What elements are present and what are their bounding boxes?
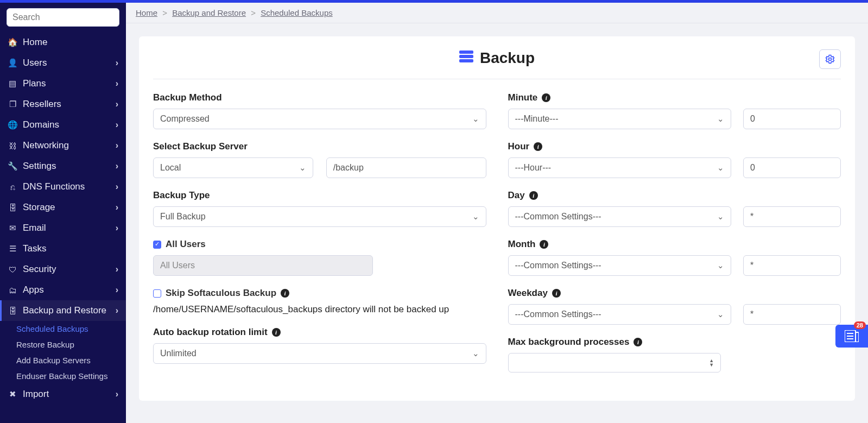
- backup-path-input[interactable]: /backup: [326, 157, 486, 178]
- skip-softaculous-checkbox[interactable]: [153, 289, 161, 298]
- chevron-right-icon: ›: [116, 182, 118, 192]
- all-users-input: All Users: [153, 255, 373, 276]
- all-users-checkbox[interactable]: [153, 241, 161, 249]
- chevron-right-icon: ›: [116, 120, 118, 130]
- subnav-restore-backup[interactable]: Restore Backup: [0, 337, 126, 352]
- breadcrumb-backup-restore[interactable]: Backup and Restore: [172, 8, 246, 17]
- rotation-label: Auto backup rotation limit i: [153, 327, 486, 338]
- sidebar-item-resellers[interactable]: ❐ Resellers ›: [0, 94, 126, 115]
- chevron-right-icon: ›: [116, 99, 118, 109]
- breadcrumb-sep: >: [162, 8, 167, 17]
- info-icon[interactable]: i: [540, 240, 548, 249]
- widget-badge: 28: [854, 321, 866, 329]
- sidebar-item-label: Resellers: [23, 99, 116, 110]
- month-input[interactable]: *: [743, 255, 841, 276]
- form-columns: Backup Method Compressed ⌄ Select Backup…: [153, 92, 841, 384]
- sidebar-item-settings[interactable]: 🔧 Settings ›: [0, 156, 126, 176]
- chevron-right-icon: ›: [116, 141, 118, 150]
- dns-icon: ⎌: [8, 182, 17, 192]
- settings-button[interactable]: [819, 49, 841, 69]
- info-icon[interactable]: i: [272, 328, 281, 337]
- select-value: ---Common Settings---: [515, 212, 601, 222]
- chevron-right-icon: ›: [116, 203, 118, 212]
- chevron-right-icon: ›: [116, 264, 118, 274]
- floating-news-widget[interactable]: 28: [835, 325, 868, 348]
- breadcrumb-scheduled-backups[interactable]: Scheduled Backups: [261, 8, 333, 17]
- hour-select[interactable]: ---Hour--- ⌄: [508, 157, 732, 178]
- select-value: ---Common Settings---: [515, 261, 601, 270]
- sidebar-item-label: Home: [23, 37, 118, 48]
- wrench-icon: 🔧: [8, 161, 17, 171]
- chevron-down-icon: ⌄: [717, 163, 724, 173]
- sidebar-item-email[interactable]: ✉ Email ›: [0, 218, 126, 238]
- hour-input[interactable]: 0: [743, 157, 841, 178]
- sidebar-item-storage[interactable]: 🗄 Storage ›: [0, 197, 126, 218]
- day-select[interactable]: ---Common Settings--- ⌄: [508, 206, 732, 227]
- subnav-scheduled-backups[interactable]: Scheduled Backups: [0, 321, 126, 337]
- sidebar-item-home[interactable]: 🏠 Home: [0, 32, 126, 53]
- search-input[interactable]: [7, 8, 119, 27]
- sidebar-item-label: Security: [23, 264, 116, 275]
- sidebar-item-domains[interactable]: 🌐 Domains ›: [0, 115, 126, 135]
- chevron-right-icon: ›: [116, 58, 118, 68]
- sidebar-item-tasks[interactable]: ☰ Tasks: [0, 238, 126, 259]
- mail-icon: ✉: [8, 223, 17, 233]
- backup-icon: 🗄: [8, 306, 17, 315]
- sidebar-item-import[interactable]: ✖ Import ›: [0, 384, 126, 405]
- maxbg-input[interactable]: ▲▼: [508, 353, 721, 373]
- select-value: ---Common Settings---: [515, 310, 601, 319]
- subnav-add-backup-servers[interactable]: Add Backup Servers: [0, 352, 126, 368]
- input-value: All Users: [160, 261, 195, 270]
- month-select[interactable]: ---Common Settings--- ⌄: [508, 255, 732, 276]
- sidebar-item-plans[interactable]: ▤ Plans ›: [0, 73, 126, 94]
- skip-softaculous-label: Skip Softaculous Backup: [166, 288, 276, 299]
- hour-label: Hour i: [508, 141, 841, 152]
- month-label: Month i: [508, 239, 841, 250]
- input-value: *: [750, 310, 753, 319]
- chevron-down-icon: ⌄: [717, 310, 724, 319]
- info-icon[interactable]: i: [281, 289, 289, 298]
- info-icon[interactable]: i: [552, 289, 561, 298]
- weekday-input[interactable]: *: [743, 304, 841, 325]
- plans-icon: ▤: [8, 79, 17, 89]
- select-value: ---Hour---: [515, 163, 552, 173]
- sidebar-item-apps[interactable]: 🗂 Apps ›: [0, 280, 126, 300]
- rotation-select[interactable]: Unlimited ⌄: [153, 343, 486, 364]
- backup-server-select[interactable]: Local ⌄: [153, 157, 313, 178]
- weekday-select[interactable]: ---Common Settings--- ⌄: [508, 304, 732, 325]
- all-users-label: All Users: [166, 239, 206, 250]
- resellers-icon: ❐: [8, 99, 17, 109]
- minute-label-text: Minute: [508, 92, 538, 103]
- minute-select[interactable]: ---Minute--- ⌄: [508, 109, 732, 129]
- sidebar-item-networking[interactable]: ⛓ Networking ›: [0, 135, 126, 156]
- backup-type-label: Backup Type: [153, 190, 486, 201]
- chevron-down-icon: ⌄: [472, 212, 479, 222]
- sidebar-item-users[interactable]: 👤 Users ›: [0, 53, 126, 73]
- chevron-down-icon: ⌄: [472, 114, 479, 124]
- info-icon[interactable]: i: [633, 338, 642, 346]
- sidebar-item-security[interactable]: 🛡 Security ›: [0, 259, 126, 280]
- minute-input[interactable]: 0: [743, 109, 841, 129]
- chevron-down-icon: ⌄: [472, 349, 479, 358]
- network-icon: ⛓: [8, 141, 17, 150]
- subnav-enduser-backup-settings[interactable]: Enduser Backup Settings: [0, 368, 126, 384]
- svg-point-3: [829, 58, 832, 61]
- backup-method-select[interactable]: Compressed ⌄: [153, 109, 486, 129]
- right-column: Minute i ---Minute--- ⌄ 0: [508, 92, 841, 384]
- backup-type-select[interactable]: Full Backup ⌄: [153, 206, 486, 227]
- info-icon[interactable]: i: [529, 191, 538, 200]
- info-icon[interactable]: i: [534, 142, 542, 151]
- breadcrumb-home[interactable]: Home: [136, 8, 157, 17]
- nav-list-tail: ✖ Import ›: [0, 384, 126, 405]
- sidebar-item-dns[interactable]: ⎌ DNS Functions ›: [0, 176, 126, 197]
- backup-method-label: Backup Method: [153, 92, 486, 103]
- sidebar-item-label: DNS Functions: [23, 181, 116, 192]
- day-input[interactable]: *: [743, 206, 841, 227]
- info-icon[interactable]: i: [542, 93, 550, 102]
- sidebar-item-label: Apps: [23, 285, 116, 295]
- chevron-right-icon: ›: [116, 161, 118, 171]
- sidebar-item-backup[interactable]: 🗄 Backup and Restore ›: [0, 300, 126, 321]
- sidebar-item-label: Email: [23, 223, 116, 233]
- svg-rect-2: [459, 59, 473, 62]
- number-spinner-icon[interactable]: ▲▼: [709, 358, 714, 367]
